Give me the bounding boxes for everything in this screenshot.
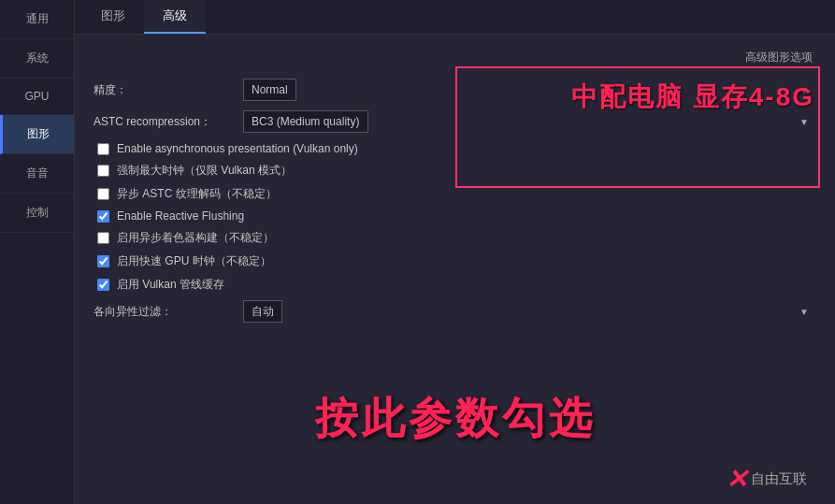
- logo-area: ✕ 自由互联: [726, 464, 807, 495]
- settings-panel: 高级图形选项 精度： Normal ASTC recompression： BC…: [75, 35, 835, 504]
- bottom-overlay: 按此参数勾选: [75, 390, 835, 448]
- bottom-text-main: 按此参数勾选: [75, 390, 835, 448]
- section-title: 高级图形选项: [94, 50, 816, 65]
- tab-bar: 图形 高级: [75, 0, 835, 35]
- aniso-select-wrapper: 自动: [243, 300, 816, 323]
- sidebar-item-graphics[interactable]: 图形: [0, 115, 74, 154]
- sidebar-item-gpu[interactable]: GPU: [0, 79, 74, 115]
- checkbox-label-2: 异步 ASTC 纹理解码（不稳定）: [117, 186, 277, 202]
- sidebar-item-label: GPU: [24, 90, 49, 103]
- sidebar-item-general[interactable]: 通用: [0, 0, 74, 39]
- precision-select[interactable]: Normal: [243, 79, 296, 101]
- checkbox-force-clock[interactable]: [97, 165, 109, 177]
- checkbox-label-4: 启用异步着色器构建（不稳定）: [117, 230, 274, 246]
- sidebar-item-label: 音音: [26, 166, 49, 180]
- checkbox-reactive-flushing[interactable]: [97, 210, 109, 223]
- sidebar-item-label: 系统: [26, 51, 49, 65]
- aniso-label: 各向异性过滤：: [94, 304, 243, 320]
- checkbox-label-6: 启用 Vulkan 管线缓存: [117, 277, 224, 293]
- aniso-row: 各向异性过滤： 自动: [94, 300, 816, 323]
- sidebar-item-label: 控制: [26, 206, 49, 219]
- astc-label: ASTC recompression：: [94, 114, 243, 130]
- sidebar-item-label: 图形: [27, 127, 50, 140]
- checkbox-label-5: 启用快速 GPU 时钟（不稳定）: [117, 253, 271, 269]
- tab-advanced[interactable]: 高级: [144, 0, 206, 34]
- checkbox-label-0: Enable asynchronous presentation (Vulkan…: [117, 142, 358, 155]
- checkbox-async-presentation[interactable]: [97, 143, 109, 155]
- checkbox-row-5: 启用快速 GPU 时钟（不稳定）: [94, 253, 816, 269]
- checkbox-label-3: Enable Reactive Flushing: [117, 209, 244, 223]
- checkbox-async-shader[interactable]: [97, 232, 109, 244]
- checkbox-label-1: 强制最大时钟（仅限 Vulkan 模式）: [117, 163, 292, 179]
- precision-label: 精度：: [94, 82, 243, 98]
- checkbox-row-3: Enable Reactive Flushing: [94, 209, 816, 223]
- checkbox-row-4: 启用异步着色器构建（不稳定）: [94, 230, 816, 246]
- checkbox-fast-gpu[interactable]: [97, 255, 109, 267]
- sidebar-item-label: 通用: [26, 12, 49, 25]
- checkbox-astc-decode[interactable]: [97, 188, 109, 200]
- sidebar-item-system[interactable]: 系统: [0, 39, 74, 79]
- main-content: 图形 高级 高级图形选项 精度： Normal ASTC recompressi…: [75, 0, 835, 504]
- logo-text: 自由互联: [751, 470, 807, 488]
- checkbox-row-2: 异步 ASTC 纹理解码（不稳定）: [94, 186, 816, 202]
- sidebar: 通用 系统 GPU 图形 音音 控制: [0, 0, 75, 504]
- watermark-text: 中配电脑 显存4-8G: [571, 79, 814, 115]
- checkbox-row-0: Enable asynchronous presentation (Vulkan…: [94, 142, 816, 155]
- checkbox-vulkan-pipeline[interactable]: [97, 279, 109, 291]
- aniso-select[interactable]: 自动: [243, 300, 282, 323]
- sidebar-item-audio[interactable]: 音音: [0, 154, 74, 194]
- tab-graphics[interactable]: 图形: [82, 0, 144, 34]
- checkbox-row-6: 启用 Vulkan 管线缓存: [94, 277, 816, 293]
- sidebar-item-control[interactable]: 控制: [0, 194, 74, 233]
- astc-select[interactable]: BC3 (Medium quality): [243, 110, 368, 133]
- logo-x-icon: ✕: [726, 464, 747, 495]
- checkbox-row-1: 强制最大时钟（仅限 Vulkan 模式）: [94, 163, 816, 179]
